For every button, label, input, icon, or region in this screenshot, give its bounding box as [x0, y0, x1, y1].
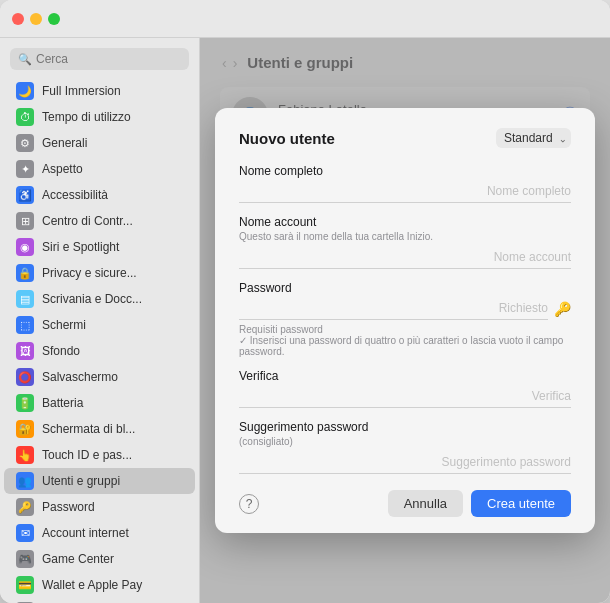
- minimize-button[interactable]: [30, 13, 42, 25]
- sidebar-label: Password: [42, 500, 95, 514]
- account-internet-icon: ✉: [16, 524, 34, 542]
- suggerimento-row: Suggerimento password (consigliato): [239, 420, 571, 474]
- schermata-blocco-icon: 🔐: [16, 420, 34, 438]
- modal-dialog: Nuovo utente Standard Nome completo: [215, 108, 595, 533]
- utenti-gruppi-icon: 👥: [16, 472, 34, 490]
- sidebar-label: Centro di Contr...: [42, 214, 133, 228]
- search-icon: 🔍: [18, 53, 32, 66]
- centro-controllo-icon: ⊞: [16, 212, 34, 230]
- suggerimento-label: Suggerimento password: [239, 420, 571, 434]
- password-input[interactable]: [239, 297, 548, 320]
- sidebar-item-game-center[interactable]: 🎮 Game Center: [4, 546, 195, 572]
- aspetto-icon: ✦: [16, 160, 34, 178]
- modal-overlay: Nuovo utente Standard Nome completo: [200, 38, 610, 603]
- sidebar-label: Utenti e gruppi: [42, 474, 120, 488]
- search-input[interactable]: [36, 52, 181, 66]
- password-key-icon[interactable]: 🔑: [554, 301, 571, 317]
- suggerimento-input[interactable]: [239, 451, 571, 474]
- sidebar-item-password[interactable]: 🔑 Password: [4, 494, 195, 520]
- sidebar-item-batteria[interactable]: 🔋 Batteria: [4, 390, 195, 416]
- password-hint-text: ✓ Inserisci una password di quattro o pi…: [239, 335, 563, 357]
- sidebar-label: Batteria: [42, 396, 83, 410]
- batteria-icon: 🔋: [16, 394, 34, 412]
- full-immersion-icon: 🌙: [16, 82, 34, 100]
- password-hint: Requisiti password ✓ Inserisci una passw…: [239, 324, 571, 357]
- sidebar-item-tempo-utilizzo[interactable]: ⏱ Tempo di utilizzo: [4, 104, 195, 130]
- siri-icon: ◉: [16, 238, 34, 256]
- sidebar-label: Full Immersion: [42, 84, 121, 98]
- sidebar-label: Sfondo: [42, 344, 80, 358]
- modal-help-button[interactable]: ?: [239, 494, 259, 514]
- verifica-row: Verifica: [239, 369, 571, 408]
- sidebar-label: Scrivania e Docc...: [42, 292, 142, 306]
- user-type-select[interactable]: Standard: [496, 128, 571, 148]
- sidebar-label: Siri e Spotlight: [42, 240, 119, 254]
- accessibilita-icon: ♿: [16, 186, 34, 204]
- password-icon: 🔑: [16, 498, 34, 516]
- touch-id-icon: 👆: [16, 446, 34, 464]
- search-bar[interactable]: 🔍: [10, 48, 189, 70]
- nome-account-row: Nome account Questo sarà il nome della t…: [239, 215, 571, 269]
- sidebar-item-schermata-blocco[interactable]: 🔐 Schermata di bl...: [4, 416, 195, 442]
- privacy-icon: 🔒: [16, 264, 34, 282]
- verifica-label: Verifica: [239, 369, 571, 383]
- nome-completo-input[interactable]: [239, 180, 571, 203]
- content-area: 🔍 🌙 Full Immersion ⏱ Tempo di utilizzo ⚙…: [0, 38, 610, 603]
- traffic-lights: [12, 13, 60, 25]
- modal-footer: ? Annulla Crea utente: [239, 490, 571, 517]
- sidebar-item-centro-controllo[interactable]: ⊞ Centro di Contr...: [4, 208, 195, 234]
- sidebar-label: Generali: [42, 136, 87, 150]
- sidebar-item-sfondo[interactable]: 🖼 Sfondo: [4, 338, 195, 364]
- sidebar-item-generali[interactable]: ⚙ Generali: [4, 130, 195, 156]
- sidebar-label: Accessibilità: [42, 188, 108, 202]
- tempo-utilizzo-icon: ⏱: [16, 108, 34, 126]
- nome-account-input[interactable]: [239, 246, 571, 269]
- sidebar-label: Schermata di bl...: [42, 422, 135, 436]
- sidebar-label: Salvaschermo: [42, 370, 118, 384]
- nome-completo-row: Nome completo: [239, 164, 571, 203]
- sidebar-item-schermi[interactable]: ⬚ Schermi: [4, 312, 195, 338]
- maximize-button[interactable]: [48, 13, 60, 25]
- sidebar-item-utenti-gruppi[interactable]: 👥 Utenti e gruppi: [4, 468, 195, 494]
- sfondo-icon: 🖼: [16, 342, 34, 360]
- sidebar-label: Tempo di utilizzo: [42, 110, 131, 124]
- nome-account-hint: Questo sarà il nome della tua cartella I…: [239, 231, 571, 242]
- game-center-icon: 🎮: [16, 550, 34, 568]
- password-input-row: 🔑: [239, 297, 571, 320]
- sidebar-item-wallet[interactable]: 💳 Wallet e Apple Pay: [4, 572, 195, 598]
- sidebar-label: Game Center: [42, 552, 114, 566]
- sidebar-label: Schermi: [42, 318, 86, 332]
- type-select-wrapper: Standard: [496, 128, 571, 148]
- sidebar-label: Touch ID e pas...: [42, 448, 132, 462]
- sidebar-item-scrivania[interactable]: ▤ Scrivania e Docc...: [4, 286, 195, 312]
- nome-account-label: Nome account: [239, 215, 571, 229]
- sidebar-label: Wallet e Apple Pay: [42, 578, 142, 592]
- sidebar-item-accessibilita[interactable]: ♿ Accessibilità: [4, 182, 195, 208]
- modal-header: Nuovo utente Standard: [239, 128, 571, 148]
- salvaschermo-icon: ⭕: [16, 368, 34, 386]
- password-row: Password 🔑 Requisiti password ✓ Inserisc…: [239, 281, 571, 357]
- schermi-icon: ⬚: [16, 316, 34, 334]
- app-window: 🔍 🌙 Full Immersion ⏱ Tempo di utilizzo ⚙…: [0, 0, 610, 603]
- cancel-button[interactable]: Annulla: [388, 490, 463, 517]
- sidebar: 🔍 🌙 Full Immersion ⏱ Tempo di utilizzo ⚙…: [0, 38, 200, 603]
- sidebar-label: Privacy e sicure...: [42, 266, 137, 280]
- modal-title: Nuovo utente: [239, 130, 335, 147]
- password-hint-title: Requisiti password: [239, 324, 323, 335]
- sidebar-label: Aspetto: [42, 162, 83, 176]
- sidebar-item-salvaschermo[interactable]: ⭕ Salvaschermo: [4, 364, 195, 390]
- scrivania-icon: ▤: [16, 290, 34, 308]
- sidebar-item-siri[interactable]: ◉ Siri e Spotlight: [4, 234, 195, 260]
- password-label: Password: [239, 281, 571, 295]
- sidebar-item-touch-id[interactable]: 👆 Touch ID e pas...: [4, 442, 195, 468]
- sidebar-item-privacy[interactable]: 🔒 Privacy e sicure...: [4, 260, 195, 286]
- generali-icon: ⚙: [16, 134, 34, 152]
- sidebar-item-aspetto[interactable]: ✦ Aspetto: [4, 156, 195, 182]
- sidebar-item-full-immersion[interactable]: 🌙 Full Immersion: [4, 78, 195, 104]
- sidebar-item-tastiera[interactable]: ⌨ Tastiera: [4, 598, 195, 603]
- create-user-button[interactable]: Crea utente: [471, 490, 571, 517]
- close-button[interactable]: [12, 13, 24, 25]
- verifica-input[interactable]: [239, 385, 571, 408]
- wallet-icon: 💳: [16, 576, 34, 594]
- sidebar-item-account-internet[interactable]: ✉ Account internet: [4, 520, 195, 546]
